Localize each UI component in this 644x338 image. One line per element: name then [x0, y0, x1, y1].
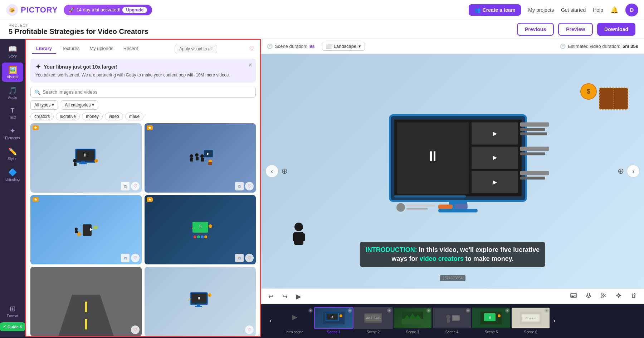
- guide-button[interactable]: ✓ Guide 5: [0, 322, 26, 331]
- play-button[interactable]: ▶: [295, 291, 303, 302]
- grid-item-4[interactable]: ⏸ → ★ ♡ ⧉: [145, 195, 256, 264]
- sidebar-item-branding[interactable]: 🔷 Branding: [2, 165, 23, 184]
- grid-item-6[interactable]: ⏸ $ ↗ ♡: [145, 267, 256, 336]
- scene-item-4[interactable]: ◉ Scene 4: [432, 307, 472, 334]
- logo[interactable]: 🐱 PICTORY: [6, 4, 58, 16]
- undo-button[interactable]: ↩: [267, 291, 275, 302]
- tag-lucrative[interactable]: lucrative: [56, 113, 80, 120]
- notice-star-icon: ✦: [35, 63, 41, 71]
- category-filter[interactable]: All categories ▾: [61, 100, 98, 110]
- copy-btn-1[interactable]: ⧉: [121, 182, 130, 190]
- svg-rect-72: [438, 205, 453, 209]
- redo-button[interactable]: ↪: [281, 291, 289, 302]
- project-info: Project 5 Profitable Strategies for Vide…: [9, 23, 517, 36]
- sidebar-item-audio[interactable]: 🎵 Audio: [2, 83, 23, 103]
- search-input[interactable]: [43, 89, 252, 95]
- copy-btn-4[interactable]: ⧉: [235, 254, 244, 262]
- favorite-btn-2[interactable]: ♡: [245, 182, 254, 190]
- svg-rect-43: [197, 305, 200, 306]
- grid-item-5[interactable]: ♡: [30, 267, 142, 336]
- video-preview: ⏸ ▶ ▶ ▶: [261, 54, 644, 288]
- scissors-button[interactable]: [599, 291, 608, 302]
- landscape-select[interactable]: ⬜ Landscape ▾: [322, 42, 365, 51]
- svg-text:▶: ▶: [90, 227, 93, 231]
- sidebar-item-story[interactable]: 📖 Story: [2, 42, 23, 61]
- get-started-link[interactable]: Get started: [561, 7, 586, 13]
- clock-icon-2: 🕐: [560, 44, 566, 49]
- tab-my-uploads[interactable]: My uploads: [85, 44, 117, 54]
- branding-label: Branding: [5, 178, 20, 182]
- format-label: Format: [7, 314, 18, 318]
- timeline-left-button[interactable]: ‹: [267, 315, 275, 326]
- scene-item-3[interactable]: ◉ Scene 3: [393, 307, 432, 334]
- next-scene-arrow[interactable]: ›: [627, 165, 640, 178]
- apply-visual-button[interactable]: Apply visual to all: [175, 45, 217, 53]
- help-link[interactable]: Help: [593, 7, 603, 13]
- settings-icon: [615, 292, 622, 299]
- prev-scene-arrow[interactable]: ‹: [265, 165, 278, 178]
- project-title: 5 Profitable Strategies for Video Creato…: [9, 28, 517, 36]
- scene-item-5[interactable]: ⏸ ◉ Scene 5: [472, 307, 511, 334]
- sidebar-item-visuals[interactable]: 🖼️ Visuals: [2, 63, 23, 82]
- right-content: 🕐 Scene duration: 9s ⬜ Landscape ▾ 🕐 Est…: [261, 39, 644, 337]
- sidebar-item-styles[interactable]: ✏️ Styles: [2, 144, 23, 164]
- tag-make[interactable]: make: [125, 113, 143, 120]
- monitor-svg: ⏸ ▶ ▶ ▶: [372, 112, 551, 226]
- person-figure: [290, 223, 308, 253]
- chevron-down-icon-2: ▾: [92, 103, 94, 108]
- create-team-button[interactable]: 👥 Create a team: [469, 4, 521, 16]
- svg-text:→: →: [189, 225, 194, 231]
- svg-rect-14: [196, 157, 199, 160]
- tag-money[interactable]: money: [82, 113, 103, 120]
- person-svg: [290, 223, 308, 251]
- scene-item-6[interactable]: Revenue ◉ Scene 6: [511, 307, 550, 334]
- scene-item-2[interactable]: text text ◉ Scene 2: [353, 307, 393, 334]
- add-after-button[interactable]: ⊕: [618, 166, 624, 176]
- grid-item-1[interactable]: ⏸ $ ★ ♡ ⧉: [30, 123, 142, 193]
- trash-button[interactable]: [629, 291, 638, 302]
- mic-button[interactable]: [584, 291, 593, 302]
- type-filter[interactable]: All types ▾: [30, 100, 58, 110]
- scene-item-intro[interactable]: ▶ ◉ Intro scene: [275, 307, 314, 334]
- sidebar-item-text[interactable]: T Text: [2, 104, 23, 122]
- svg-point-35: [209, 224, 212, 228]
- trial-badge: 🚀 14 day trial activated! Upgrade: [64, 5, 152, 15]
- tab-textures[interactable]: Textures: [58, 44, 84, 54]
- svg-point-88: [601, 293, 603, 295]
- timeline-right-button[interactable]: ›: [550, 315, 558, 326]
- sidebar-item-elements[interactable]: ✦ Elements: [2, 124, 23, 143]
- add-before-button[interactable]: ⊕: [281, 166, 288, 176]
- sidebar-item-format[interactable]: ⊞ Format: [2, 302, 23, 321]
- scenes-container: ▶ ◉ Intro scene: [275, 307, 550, 334]
- preview-button[interactable]: Preview: [558, 23, 593, 36]
- upgrade-button[interactable]: Upgrade: [122, 7, 147, 13]
- previous-button[interactable]: Previous: [517, 23, 554, 36]
- scene-thumb-2: text text ◉: [353, 307, 393, 329]
- favorites-heart-icon[interactable]: ♡: [249, 45, 254, 52]
- svg-rect-83: [571, 295, 573, 295]
- project-header: Project 5 Profitable Strategies for Vide…: [0, 20, 644, 39]
- scene-item-1[interactable]: ⏸ ◉ Scene 1: [314, 307, 353, 334]
- copy-btn-3[interactable]: ⧉: [121, 254, 130, 262]
- notification-bell-icon[interactable]: 🔔: [610, 6, 618, 14]
- my-projects-link[interactable]: My projects: [528, 7, 554, 13]
- captions-button[interactable]: [569, 291, 578, 302]
- svg-rect-44: [195, 306, 202, 307]
- avatar[interactable]: D: [625, 4, 638, 16]
- tab-recent[interactable]: Recent: [119, 44, 142, 54]
- tag-creators[interactable]: creators: [30, 113, 54, 120]
- scene-thumb-4: ◉: [432, 307, 472, 329]
- svg-rect-109: [402, 319, 423, 324]
- grid-item-2[interactable]: ▶ ★ ♡ ⧉: [145, 123, 256, 193]
- svg-point-69: [396, 203, 405, 212]
- tag-video[interactable]: video: [105, 113, 123, 120]
- grid-item-3[interactable]: ▶ ★ ♡ ⧉: [30, 195, 142, 264]
- favorite-btn-1[interactable]: ♡: [131, 182, 140, 190]
- copy-btn-2[interactable]: ⧉: [235, 182, 244, 190]
- preview-toolbar: 🕐 Scene duration: 9s ⬜ Landscape ▾ 🕐 Est…: [261, 39, 644, 54]
- notice-close-button[interactable]: ×: [248, 61, 252, 69]
- download-button[interactable]: Download: [597, 23, 635, 36]
- tab-library[interactable]: Library: [32, 44, 56, 54]
- svg-rect-30: [199, 233, 202, 234]
- settings-button[interactable]: [614, 291, 623, 302]
